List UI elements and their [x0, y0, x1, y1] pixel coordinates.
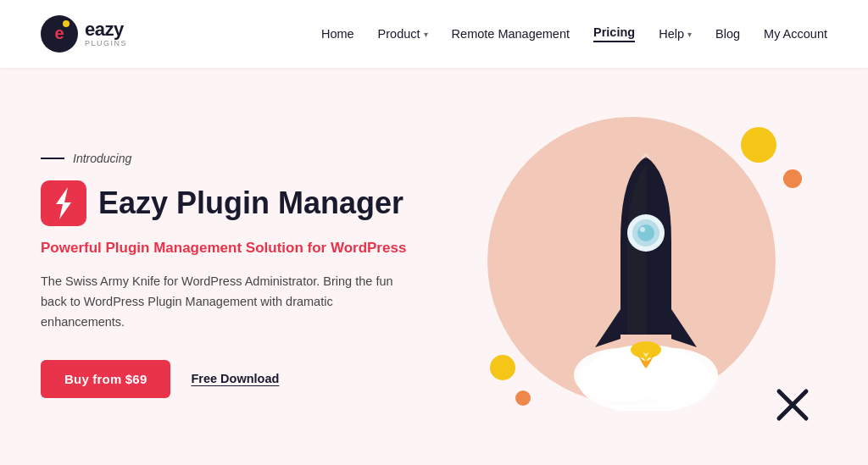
hero-description: The Swiss Army Knife for WordPress Admin… [41, 272, 397, 333]
nav-help[interactable]: Help ▾ [659, 27, 692, 41]
free-download-button[interactable]: Free Download [191, 372, 279, 385]
deco-orange-circle-small [783, 169, 802, 188]
nav-product[interactable]: Product ▾ [378, 27, 428, 41]
nav-remote-management[interactable]: Remote Management [452, 27, 570, 41]
nav-pricing[interactable]: Pricing [593, 25, 635, 42]
buy-button[interactable]: Buy from $69 [41, 360, 170, 398]
hero-left: Introducing Eazy Plugin Manager Powerful… [41, 152, 465, 398]
hero-subtitle: Powerful Plugin Management Solution for … [41, 238, 465, 258]
deco-orange-circle-bottom [515, 390, 531, 406]
svg-point-2 [63, 20, 70, 27]
intro-dash [41, 158, 64, 159]
product-chevron-icon: ▾ [424, 30, 428, 39]
logo-sub: PLUGINS [85, 40, 127, 48]
rocket-svg [536, 140, 756, 411]
page-wrapper: e eazy PLUGINS Home Product ▾ Remote Man… [0, 0, 868, 465]
nav-home[interactable]: Home [321, 27, 354, 41]
svg-point-12 [640, 227, 645, 232]
product-title: Eazy Plugin Manager [98, 186, 403, 220]
svg-point-11 [637, 224, 654, 241]
hero-right [465, 102, 827, 448]
main-nav: Home Product ▾ Remote Management Pricing… [321, 25, 827, 42]
cta-row: Buy from $69 Free Download [41, 360, 465, 398]
rocket-illustration [536, 140, 756, 411]
logo-text: eazy PLUGINS [85, 19, 127, 48]
x-decorative-icon [775, 387, 810, 423]
logo[interactable]: e eazy PLUGINS [41, 15, 127, 53]
plugin-bolt-icon [41, 180, 86, 226]
logo-icon: e [41, 15, 78, 53]
help-chevron-icon: ▾ [687, 30, 692, 39]
nav-blog[interactable]: Blog [715, 27, 740, 41]
hero-section: Introducing Eazy Plugin Manager Powerful… [0, 68, 868, 465]
deco-yellow-circle-bottom [490, 355, 515, 380]
header: e eazy PLUGINS Home Product ▾ Remote Man… [0, 0, 868, 68]
intro-line: Introducing [41, 152, 465, 165]
svg-text:e: e [54, 24, 64, 42]
intro-label: Introducing [73, 152, 131, 165]
nav-my-account[interactable]: My Account [764, 27, 827, 41]
product-title-row: Eazy Plugin Manager [41, 180, 465, 226]
logo-name: eazy [85, 19, 127, 40]
